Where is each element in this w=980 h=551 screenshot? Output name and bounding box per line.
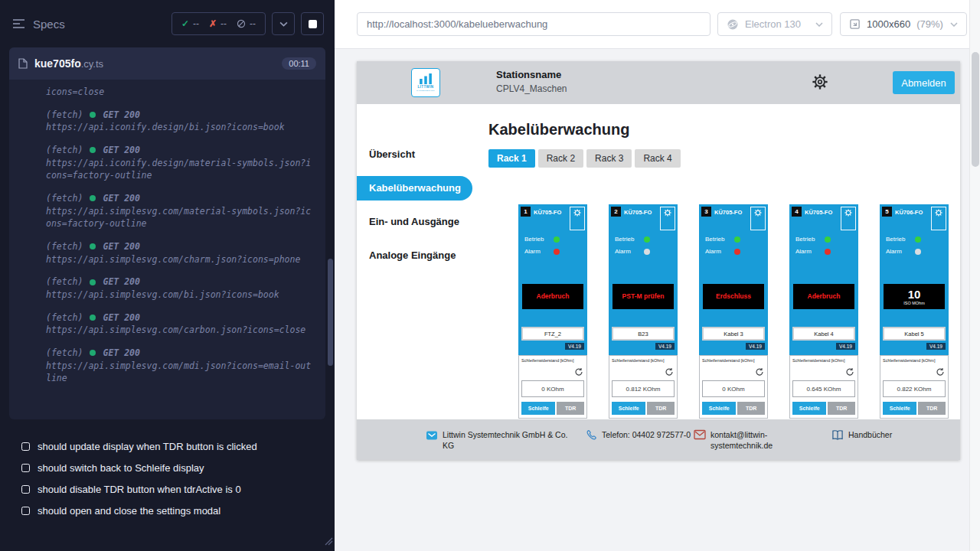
log-entry[interactable]: (fetch) GET 200 https://api.simplesvg.co… (46, 276, 316, 301)
test-list: should update display when TDR button is… (0, 436, 335, 522)
check-icon: ✓ (181, 18, 189, 29)
rack-tab-label: Rack 2 (547, 153, 575, 164)
device-cards: 1 KÜ705-FO Betrieb (518, 204, 960, 419)
refresh-button[interactable] (845, 366, 854, 380)
status-dot-icon (90, 279, 96, 285)
measurement-panel: Schleifenwiderstand [kOhm] 0 KOhm Schlei… (699, 355, 768, 419)
station-info: Stationsname CPLV4_Maschen (496, 69, 567, 94)
measurement-label: Schleifenwiderstand [kOhm] (702, 358, 765, 363)
log-entry[interactable]: (fetch) GET 200 https://api.iconify.desi… (46, 144, 316, 182)
test-list-item[interactable]: should update display when TDR button is… (0, 436, 335, 458)
sidebar-item[interactable]: Kabelüberwachung (357, 176, 472, 201)
card-top-panel (570, 207, 585, 230)
log-entry[interactable]: (fetch) GET 200 https://api.simplesvg.co… (46, 347, 316, 385)
test-title: should switch back to Schleife display (38, 461, 204, 475)
rack-tab[interactable]: Rack 4 (635, 149, 680, 168)
schleife-button[interactable]: Schleife (792, 402, 826, 415)
firmware-version: V4.19 (655, 343, 675, 350)
log-entry[interactable]: (fetch) GET 200 https://api.simplesvg.co… (46, 240, 316, 266)
log-entry[interactable]: (fetch) GET 200 https://api.simplesvg.co… (46, 311, 316, 337)
sidebar-item[interactable]: Ein- und Ausgänge (357, 210, 476, 234)
test-title: should open and close the settings modal (38, 504, 220, 518)
panel-resize-handle[interactable] (324, 535, 333, 549)
phone-icon (586, 429, 597, 441)
tdr-button[interactable]: TDR (828, 402, 855, 415)
stat-passed: ✓-- (181, 18, 199, 29)
refresh-button[interactable] (755, 366, 764, 380)
log-entry-status: GET 200 (103, 144, 139, 157)
log-entry[interactable]: icons=close (46, 86, 316, 99)
measurement-value: 0.645 KOhm (792, 380, 855, 397)
tdr-button[interactable]: TDR (647, 402, 675, 415)
cross-icon: ✗ (209, 18, 217, 29)
log-entry[interactable]: (fetch) GET 200 https://api.iconify.desi… (46, 109, 316, 134)
logout-button[interactable]: Abmelden (893, 71, 955, 94)
runner-scrollbar-thumb[interactable] (328, 259, 333, 366)
sidebar-item[interactable]: Analoge Eingänge (357, 243, 476, 268)
status-dot-icon (90, 243, 96, 249)
settings-button[interactable] (812, 73, 828, 93)
sidebar-item[interactable]: Übersicht (357, 142, 476, 167)
log-entry-type: (fetch) (46, 240, 83, 253)
betrieb-label: Betrieb (795, 236, 818, 243)
log-entry-url: https://api.simplesvg.com/material-symbo… (46, 205, 316, 230)
refresh-button[interactable] (936, 366, 945, 380)
gear-icon (812, 73, 828, 90)
test-list-item[interactable]: should switch back to Schleife display (0, 458, 335, 479)
log-entry-head: (fetch) GET 200 (46, 109, 316, 122)
refresh-button[interactable] (574, 366, 583, 380)
cable-name-strip: FTZ_2 (521, 327, 584, 341)
log-entry-url: icons=close (46, 86, 316, 99)
viewport-select[interactable]: 1000x660 (79%) (840, 12, 967, 36)
card-gear-icon[interactable] (935, 209, 942, 217)
stop-button[interactable] (301, 12, 324, 35)
schleife-button[interactable]: Schleife (883, 402, 916, 415)
tdr-button[interactable]: TDR (918, 402, 946, 415)
footer-email[interactable]: kontakt@littwin-systemtechnik.de (694, 429, 781, 451)
rack-tab[interactable]: Rack 3 (586, 149, 632, 168)
specs-toggle[interactable]: Specs (12, 18, 65, 31)
alarm-row: Alarm (886, 248, 921, 255)
schleife-button[interactable]: Schleife (702, 402, 736, 415)
collapse-button[interactable] (272, 12, 295, 35)
sidebar-item-label: Kabelüberwachung (369, 182, 461, 194)
betrieb-label: Betrieb (705, 236, 728, 243)
alarm-label: Alarm (615, 248, 638, 255)
test-state-icon (21, 507, 30, 515)
card-gear-icon[interactable] (573, 209, 581, 217)
log-entry-status: GET 200 (103, 276, 139, 289)
sidebar-item-label: Ein- und Ausgänge (369, 216, 459, 227)
browser-select[interactable]: Electron 130 (717, 12, 832, 36)
tdr-button[interactable]: TDR (737, 402, 765, 415)
schleife-button[interactable]: Schleife (521, 402, 555, 415)
tdr-button[interactable]: TDR (557, 402, 584, 415)
schleife-button[interactable]: Schleife (612, 402, 645, 415)
rack-tab[interactable]: Rack 2 (538, 149, 583, 168)
log-entry[interactable]: (fetch) GET 200 https://api.simplesvg.co… (46, 192, 316, 230)
resize-grip-icon (324, 536, 333, 546)
spec-name[interactable]: kue705fo.cy.ts (34, 57, 103, 70)
refresh-button[interactable] (665, 366, 674, 380)
cable-name: Kabel 5 (884, 328, 944, 339)
device-card: 4 KÜ705-FO Betrieb (789, 204, 858, 419)
card-gear-icon[interactable] (664, 209, 671, 217)
card-gear-icon[interactable] (844, 209, 852, 217)
test-state-icon (21, 464, 30, 472)
test-list-item[interactable]: should open and close the settings modal (0, 500, 335, 522)
test-list-item[interactable]: should disable TDR button when tdrActive… (0, 479, 335, 500)
footer-manuals[interactable]: Handbücher (831, 429, 892, 441)
rack-tabs: Rack 1 Rack 2 Rack 3 Rack 4 (488, 149, 960, 168)
electron-icon (727, 18, 739, 31)
url-input[interactable] (357, 12, 710, 36)
window-scrollbar-thumb[interactable] (972, 52, 979, 167)
rack-tab[interactable]: Rack 1 (488, 149, 535, 168)
runner-header: Specs ✓-- ✗-- -- (0, 0, 335, 47)
rack-tab-label: Rack 1 (497, 153, 527, 164)
pending-icon (237, 19, 246, 28)
card-gear-icon[interactable] (754, 209, 762, 217)
device-card: 1 KÜ705-FO Betrieb (518, 204, 587, 419)
logo-subtext: SYSTEMTECHNIK (416, 90, 435, 92)
betrieb-led (644, 236, 650, 243)
display-value: 10 (908, 289, 921, 300)
status-dot-icon (90, 350, 96, 356)
